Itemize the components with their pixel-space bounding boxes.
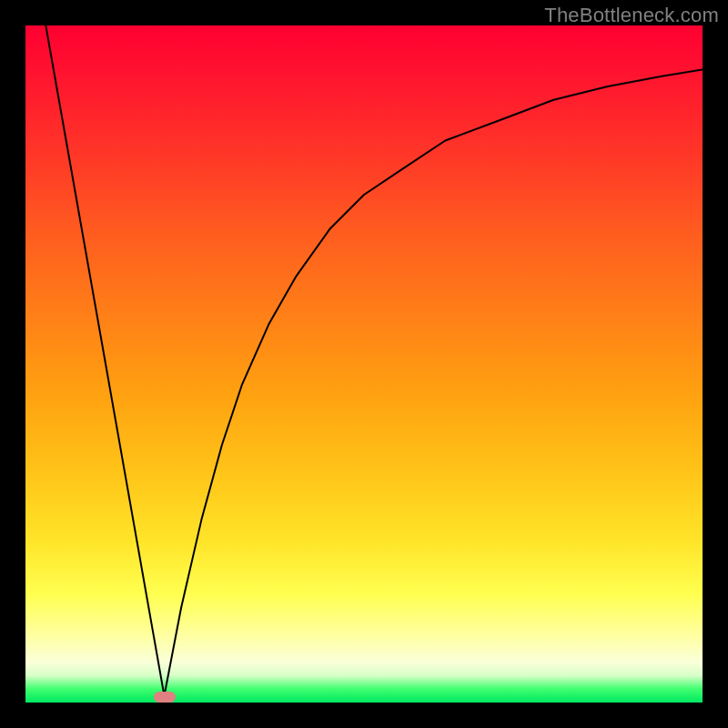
attribution-label: TheBottleneck.com [544, 4, 719, 27]
chart-frame: TheBottleneck.com [0, 0, 728, 728]
bottleneck-curve [46, 25, 703, 696]
plot-area [25, 25, 703, 703]
optimal-point-marker [154, 692, 176, 703]
curve-layer [25, 25, 703, 703]
